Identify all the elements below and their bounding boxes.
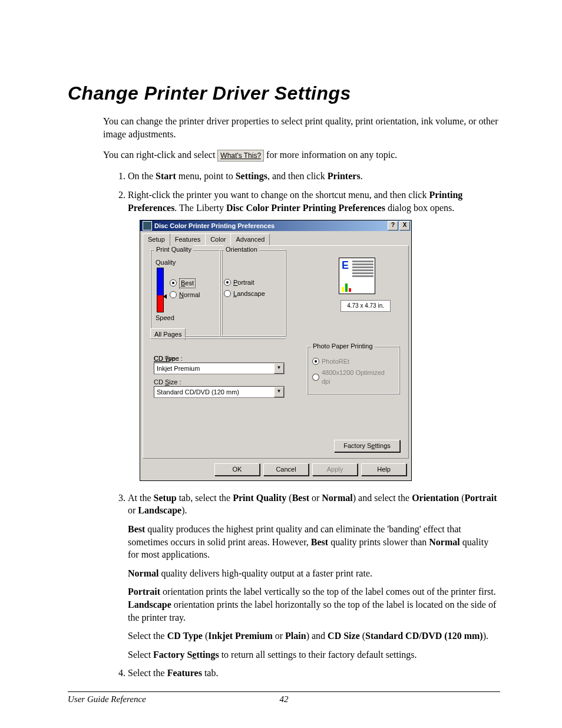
tab-setup[interactable]: Setup <box>143 233 170 246</box>
titlebar-help-button[interactable]: ? <box>388 221 398 230</box>
orientation-landscape-radio[interactable]: Landscape <box>224 289 265 298</box>
cd-size-label: CD Size : <box>154 378 181 387</box>
quality-gradient-icon <box>157 268 164 312</box>
intro-paragraph-1: You can change the printer driver proper… <box>103 115 500 140</box>
tab-advanced[interactable]: Advanced <box>230 233 270 245</box>
dialog-titlebar: Disc Color Printer Printing Preferences … <box>140 220 411 231</box>
help-button[interactable]: Help <box>361 463 406 476</box>
whats-this-button[interactable]: What's This? <box>217 150 264 162</box>
orientation-group: Orientation Portrait Landscape <box>220 249 286 337</box>
radio-icon <box>170 279 177 286</box>
radio-icon <box>224 290 231 297</box>
preview-thumbnail: E <box>339 258 375 294</box>
ok-button[interactable]: OK <box>214 463 260 476</box>
step-4: Select the Features tab. <box>128 667 500 680</box>
page-size-readout: 4.73 x 4.73 in. <box>340 300 391 312</box>
cd-size-value: Standard CD/DVD (120 mm) <box>154 388 274 397</box>
speed-label: Speed <box>156 314 174 322</box>
quality-best-radio[interactable]: Best <box>170 278 200 288</box>
factory-settings-button[interactable]: Factory Settings <box>334 440 400 452</box>
tab-color[interactable]: Color <box>205 233 231 245</box>
cd-type-value: Inkjet Premium <box>154 364 274 373</box>
tab-strip: Setup Features Color Advanced <box>140 231 411 245</box>
intro-paragraph-2: You can right-click and select What's Th… <box>103 149 500 162</box>
printer-icon <box>143 221 152 230</box>
page-footer: User Guide Reference 42 <box>68 691 500 704</box>
step-3: At the Setup tab, select the Print Quali… <box>128 492 500 661</box>
radio-icon <box>312 358 319 365</box>
dialog-title: Disc Color Printer Printing Preferences <box>154 222 388 230</box>
orientation-portrait-radio[interactable]: Portrait <box>224 278 265 287</box>
cd-type-combobox[interactable]: Inkjet Premium ▼ <box>154 363 285 374</box>
tab-features[interactable]: Features <box>170 233 206 245</box>
cd-size-combobox[interactable]: Standard CD/DVD (120 mm) ▼ <box>154 386 285 398</box>
orientation-legend: Orientation <box>224 245 259 254</box>
quality-normal-radio[interactable]: Normal <box>170 291 200 299</box>
chevron-down-icon: ▼ <box>274 363 284 374</box>
all-pages-divider <box>150 338 286 339</box>
quality-label: Quality <box>156 258 217 267</box>
photo-paper-printing-group: Photo Paper Printing PhotoREt 4800x1200 … <box>307 346 400 394</box>
page-title: Change Printer Driver Settings <box>68 83 500 104</box>
radio-icon <box>170 291 177 298</box>
footer-page-number: 42 <box>280 694 289 704</box>
optimized-dpi-radio: 4800x1200 Optimized dpi <box>312 368 395 386</box>
cancel-button[interactable]: Cancel <box>263 463 309 476</box>
apply-button[interactable]: Apply <box>312 463 358 476</box>
dialog-button-row: OK Cancel Apply Help <box>140 461 411 480</box>
photoret-radio: PhotoREt <box>312 357 395 366</box>
printing-preferences-dialog: Disc Color Printer Printing Preferences … <box>140 220 412 481</box>
photo-paper-legend: Photo Paper Printing <box>311 342 375 351</box>
step-1: On the Start menu, point to Settings, an… <box>128 170 500 183</box>
chevron-down-icon: ▼ <box>274 387 284 397</box>
setup-tab-panel: Print Quality Quality Speed Best Normal <box>143 245 409 459</box>
print-quality-legend: Print Quality <box>154 245 193 254</box>
titlebar-close-button[interactable]: X <box>399 221 410 230</box>
step-2: Right-click the printer you want to chan… <box>128 189 500 481</box>
radio-icon <box>312 374 319 381</box>
radio-icon <box>224 279 231 286</box>
print-quality-group: Print Quality Quality Speed Best Normal <box>150 249 223 337</box>
